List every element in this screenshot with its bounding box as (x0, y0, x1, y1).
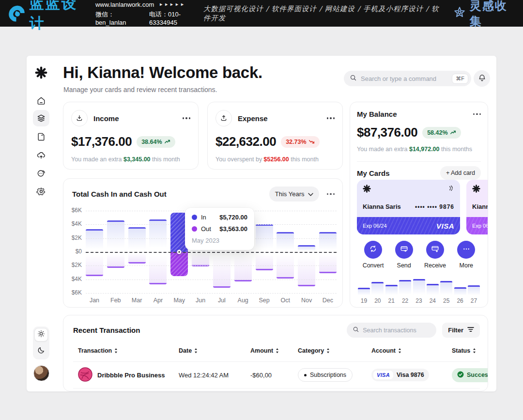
sidebar-item-home[interactable] (33, 93, 49, 109)
transaction-date: Wed 12:24:42 AM (179, 372, 250, 379)
transaction-row[interactable]: Dribbble Pro Business Wed 12:24:42 AM -$… (78, 362, 480, 388)
credit-card-primary[interactable]: Kianna Saris •••• •••• 9876 Exp 06/24 VI… (357, 180, 460, 234)
column-category[interactable]: Category (298, 347, 371, 354)
mini-bar (413, 279, 425, 296)
search-shortcut-badge: ⌘F (452, 74, 468, 84)
mini-bar-chart-labels: 192021222324252627 (358, 297, 480, 304)
month-label: Apr (149, 297, 167, 304)
status-badge: Success (452, 368, 488, 382)
gridline (86, 293, 337, 294)
cash-chart-months: JanFebMarAprMayJunJulAugSepOctNovDec (86, 297, 337, 304)
month-label: Mar (128, 297, 146, 304)
receive-button[interactable]: Receive (424, 241, 446, 269)
cash-flow-card: Total Cash In and Cash Out This Years In… (63, 178, 343, 308)
expense-badge: 32.73% (281, 136, 319, 148)
y-axis-label: $4K (67, 220, 82, 227)
month-label: Aug (234, 297, 252, 304)
mini-bar (427, 284, 439, 296)
sidebar-item-settings[interactable] (33, 183, 49, 200)
tooltip-period: May 2023 (192, 237, 247, 244)
category-pill[interactable]: Subscriptions (298, 368, 353, 382)
sidebar-item-files[interactable] (33, 128, 49, 145)
mini-bar (440, 281, 452, 296)
column-transaction[interactable]: Transaction (78, 347, 179, 354)
sidebar-item-cloud-upload[interactable] (33, 147, 49, 163)
in-legend-dot (192, 215, 197, 220)
my-cards-label: My Cards (357, 169, 390, 177)
transaction-name: Dribbble Pro Business (97, 372, 165, 379)
account-pill[interactable]: VISAVisa 9876 (371, 369, 429, 381)
balance-note: You made an extra $14,972.00 this months (357, 146, 481, 153)
month-label: Dec (319, 297, 337, 304)
balance-amount: $87,376.00 (357, 125, 417, 140)
contactless-icon (447, 185, 454, 194)
chart-marker-dot (177, 250, 182, 254)
trend-up-icon (165, 139, 170, 145)
global-search[interactable]: ⌘F (344, 71, 471, 86)
arrows-decoration: ►►►►► (159, 2, 185, 7)
range-select[interactable]: This Years (269, 187, 319, 202)
sidebar-item-chat[interactable] (33, 165, 49, 181)
income-amount: $17,376.00 (71, 134, 132, 149)
mini-bar-label: 19 (358, 297, 370, 304)
filter-button[interactable]: Filter (442, 323, 480, 338)
lanlan-logo[interactable]: 蓝蓝设计 (9, 0, 88, 33)
dribbble-icon (78, 367, 92, 383)
dashboard: Hi, Kianna! Welcome back. Manage your ca… (27, 56, 496, 391)
card-number-masked: •••• •••• 9876 (415, 203, 454, 210)
theme-toggle (33, 327, 49, 359)
add-card-button[interactable]: + Add card (440, 166, 481, 180)
sun-icon (37, 330, 45, 340)
mini-bar-label: 20 (371, 297, 384, 304)
send-button[interactable]: Send (395, 241, 413, 269)
card-actions: Convert Send Recei (357, 241, 481, 269)
balance-menu-button[interactable] (473, 113, 481, 115)
gridline (86, 280, 337, 280)
gridline (86, 265, 337, 266)
transactions-title: Recent Transaction (73, 326, 140, 334)
income-note: You made an extra $3,345.00 this month (71, 156, 190, 163)
income-badge: 38.64% (137, 136, 175, 148)
expense-amount: $22,632.00 (215, 134, 276, 149)
search-input[interactable] (361, 75, 448, 82)
collect-label: 灵感收集 (470, 0, 514, 29)
trend-up-icon (450, 129, 456, 136)
transactions-search[interactable] (347, 323, 436, 338)
more-button[interactable]: More (457, 241, 475, 269)
month-label: Oct (277, 297, 294, 304)
sidebar-item-layers[interactable] (33, 110, 49, 126)
balance-card: My Balance $87,376.00 58.42% You made an… (350, 102, 488, 308)
income-card: Income $17,376.00 38.64% You made an ext… (63, 102, 199, 170)
credit-card-secondary[interactable]: Kianna Exp 06/2 (466, 180, 488, 234)
mini-bar (399, 280, 411, 296)
month-label: Feb (107, 297, 124, 304)
mini-bar (358, 288, 370, 296)
y-axis-label: $4K (67, 276, 82, 282)
banner-site-url[interactable]: www.lanlanwork.com (95, 1, 154, 8)
banner-phone: 电话：010-63334945 (149, 10, 203, 26)
zero-line (86, 252, 337, 253)
receive-card-icon (431, 245, 439, 255)
expense-card: Expense $22,632.00 32.73% You overspent … (207, 102, 343, 170)
income-menu-button[interactable] (183, 117, 191, 119)
cash-chart-menu-button[interactable] (327, 193, 335, 195)
chevron-down-icon (308, 190, 313, 198)
expense-icon (215, 110, 232, 126)
user-avatar[interactable] (33, 365, 49, 381)
transactions-search-input[interactable] (363, 327, 431, 334)
top-banner: 蓝蓝设计 www.lanlanwork.com ►►►►► 微信：ben_lan… (0, 0, 523, 27)
column-date[interactable]: Date (179, 347, 250, 354)
mini-bar-label: 24 (427, 297, 439, 304)
column-status[interactable]: Status (452, 347, 480, 354)
dark-mode-button[interactable] (34, 344, 48, 358)
light-mode-button[interactable] (34, 328, 48, 342)
app-logo-icon[interactable] (33, 64, 49, 81)
column-account[interactable]: Account (371, 347, 452, 354)
convert-button[interactable]: Convert (363, 241, 384, 269)
mini-bar (454, 287, 466, 296)
mini-bar-chart (358, 274, 480, 296)
column-amount[interactable]: Amount (250, 347, 298, 354)
inspiration-collect[interactable]: 灵感收集 (453, 0, 514, 29)
expense-menu-button[interactable] (327, 117, 335, 119)
notifications-button[interactable] (474, 70, 490, 87)
